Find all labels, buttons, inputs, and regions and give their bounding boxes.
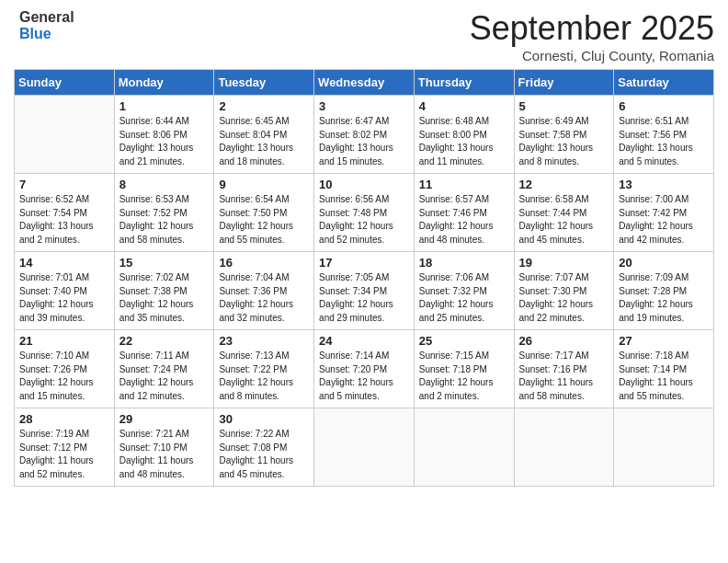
day-number: 15	[119, 256, 210, 270]
day-number: 1	[119, 99, 210, 113]
calendar-cell: 9Sunrise: 6:54 AMSunset: 7:50 PMDaylight…	[214, 174, 314, 252]
day-number: 9	[219, 178, 309, 191]
day-info: Sunrise: 7:02 AMSunset: 7:38 PMDaylight:…	[119, 271, 210, 325]
calendar-cell: 4Sunrise: 6:48 AMSunset: 8:00 PMDaylight…	[414, 96, 514, 174]
calendar-cell: 5Sunrise: 6:49 AMSunset: 7:58 PMDaylight…	[514, 96, 614, 174]
day-number: 25	[419, 334, 509, 348]
day-info: Sunrise: 7:14 AMSunset: 7:20 PMDaylight:…	[319, 350, 409, 403]
calendar-cell: 25Sunrise: 7:15 AMSunset: 7:18 PMDayligh…	[414, 330, 514, 408]
calendar-cell: 19Sunrise: 7:07 AMSunset: 7:30 PMDayligh…	[514, 252, 614, 330]
day-number: 23	[219, 334, 309, 348]
day-number: 2	[219, 99, 309, 113]
day-info: Sunrise: 7:05 AMSunset: 7:34 PMDaylight:…	[319, 271, 409, 325]
day-number: 10	[319, 178, 409, 191]
day-header-wednesday: Wednesday	[314, 70, 415, 96]
calendar-cell	[614, 408, 714, 487]
day-info: Sunrise: 7:17 AMSunset: 7:16 PMDaylight:…	[519, 350, 609, 403]
calendar-cell	[414, 408, 514, 487]
day-number: 21	[19, 334, 109, 348]
calendar-cell: 22Sunrise: 7:11 AMSunset: 7:24 PMDayligh…	[114, 330, 214, 408]
day-number: 18	[419, 256, 509, 270]
day-info: Sunrise: 6:44 AMSunset: 8:06 PMDaylight:…	[119, 115, 210, 168]
day-number: 3	[319, 99, 409, 113]
day-number: 30	[219, 412, 309, 426]
logo-blue: Blue	[19, 26, 74, 42]
calendar-cell: 6Sunrise: 6:51 AMSunset: 7:56 PMDaylight…	[614, 96, 714, 174]
calendar-header-row: SundayMondayTuesdayWednesdayThursdayFrid…	[15, 70, 714, 96]
calendar-cell: 30Sunrise: 7:22 AMSunset: 7:08 PMDayligh…	[214, 408, 314, 487]
day-info: Sunrise: 7:13 AMSunset: 7:22 PMDaylight:…	[219, 350, 309, 403]
day-info: Sunrise: 6:45 AMSunset: 8:04 PMDaylight:…	[219, 115, 309, 168]
calendar-cell	[514, 408, 614, 487]
calendar-cell: 23Sunrise: 7:13 AMSunset: 7:22 PMDayligh…	[214, 330, 314, 408]
calendar-cell: 2Sunrise: 6:45 AMSunset: 8:04 PMDaylight…	[214, 96, 314, 174]
calendar-cell: 3Sunrise: 6:47 AMSunset: 8:02 PMDaylight…	[314, 96, 415, 174]
day-number: 16	[219, 256, 309, 270]
calendar-cell: 11Sunrise: 6:57 AMSunset: 7:46 PMDayligh…	[414, 174, 514, 252]
day-header-tuesday: Tuesday	[214, 70, 314, 96]
calendar-cell: 12Sunrise: 6:58 AMSunset: 7:44 PMDayligh…	[514, 174, 614, 252]
day-info: Sunrise: 7:22 AMSunset: 7:08 PMDaylight:…	[219, 428, 309, 481]
day-header-saturday: Saturday	[614, 70, 714, 96]
day-number: 26	[519, 334, 609, 348]
day-number: 29	[119, 412, 210, 426]
day-header-friday: Friday	[514, 70, 614, 96]
day-number: 20	[619, 256, 709, 270]
calendar-cell: 24Sunrise: 7:14 AMSunset: 7:20 PMDayligh…	[314, 330, 415, 408]
day-number: 7	[19, 178, 109, 191]
day-info: Sunrise: 6:52 AMSunset: 7:54 PMDaylight:…	[19, 193, 109, 247]
day-number: 8	[119, 178, 210, 191]
day-number: 22	[119, 334, 210, 348]
day-info: Sunrise: 7:01 AMSunset: 7:40 PMDaylight:…	[19, 271, 109, 325]
day-number: 11	[419, 178, 509, 191]
day-header-monday: Monday	[114, 70, 214, 96]
day-info: Sunrise: 7:19 AMSunset: 7:12 PMDaylight:…	[19, 428, 109, 481]
calendar-cell	[15, 96, 115, 174]
calendar-cell: 10Sunrise: 6:56 AMSunset: 7:48 PMDayligh…	[314, 174, 415, 252]
calendar-cell: 20Sunrise: 7:09 AMSunset: 7:28 PMDayligh…	[614, 252, 714, 330]
calendar-cell: 26Sunrise: 7:17 AMSunset: 7:16 PMDayligh…	[514, 330, 614, 408]
day-info: Sunrise: 7:15 AMSunset: 7:18 PMDaylight:…	[419, 350, 509, 403]
day-info: Sunrise: 6:48 AMSunset: 8:00 PMDaylight:…	[419, 115, 509, 168]
calendar-cell: 17Sunrise: 7:05 AMSunset: 7:34 PMDayligh…	[314, 252, 415, 330]
day-info: Sunrise: 6:53 AMSunset: 7:52 PMDaylight:…	[119, 193, 210, 247]
day-info: Sunrise: 6:54 AMSunset: 7:50 PMDaylight:…	[219, 193, 309, 247]
day-number: 5	[519, 99, 609, 113]
page-title: September 2025	[470, 9, 714, 48]
day-number: 28	[19, 412, 109, 426]
day-info: Sunrise: 7:04 AMSunset: 7:36 PMDaylight:…	[219, 271, 309, 325]
calendar-table: SundayMondayTuesdayWednesdayThursdayFrid…	[14, 69, 714, 487]
calendar-cell: 14Sunrise: 7:01 AMSunset: 7:40 PMDayligh…	[15, 252, 115, 330]
day-info: Sunrise: 7:18 AMSunset: 7:14 PMDaylight:…	[619, 350, 709, 403]
calendar-cell: 16Sunrise: 7:04 AMSunset: 7:36 PMDayligh…	[214, 252, 314, 330]
title-block: September 2025 Cornesti, Cluj County, Ro…	[470, 9, 714, 63]
calendar-cell: 18Sunrise: 7:06 AMSunset: 7:32 PMDayligh…	[414, 252, 514, 330]
day-number: 14	[19, 256, 109, 270]
calendar-cell: 15Sunrise: 7:02 AMSunset: 7:38 PMDayligh…	[114, 252, 214, 330]
calendar-cell: 29Sunrise: 7:21 AMSunset: 7:10 PMDayligh…	[114, 408, 214, 487]
day-header-thursday: Thursday	[414, 70, 514, 96]
day-number: 12	[519, 178, 609, 191]
calendar-cell: 21Sunrise: 7:10 AMSunset: 7:26 PMDayligh…	[15, 330, 115, 408]
day-info: Sunrise: 7:09 AMSunset: 7:28 PMDaylight:…	[619, 271, 709, 325]
day-number: 27	[619, 334, 709, 348]
day-info: Sunrise: 7:06 AMSunset: 7:32 PMDaylight:…	[419, 271, 509, 325]
calendar-cell: 28Sunrise: 7:19 AMSunset: 7:12 PMDayligh…	[15, 408, 115, 487]
calendar-cell: 1Sunrise: 6:44 AMSunset: 8:06 PMDaylight…	[114, 96, 214, 174]
calendar-cell: 27Sunrise: 7:18 AMSunset: 7:14 PMDayligh…	[614, 330, 714, 408]
logo-general: General	[19, 9, 74, 26]
calendar-cell: 13Sunrise: 7:00 AMSunset: 7:42 PMDayligh…	[614, 174, 714, 252]
day-info: Sunrise: 7:07 AMSunset: 7:30 PMDaylight:…	[519, 271, 609, 325]
day-number: 4	[419, 99, 509, 113]
day-info: Sunrise: 6:47 AMSunset: 8:02 PMDaylight:…	[319, 115, 409, 168]
calendar-cell: 7Sunrise: 6:52 AMSunset: 7:54 PMDaylight…	[15, 174, 115, 252]
day-info: Sunrise: 6:51 AMSunset: 7:56 PMDaylight:…	[619, 115, 709, 168]
page-header: General Blue General Blue September 2025…	[14, 9, 714, 63]
day-header-sunday: Sunday	[15, 70, 115, 96]
logo: General Blue General Blue	[14, 9, 74, 41]
day-number: 17	[319, 256, 409, 270]
day-info: Sunrise: 7:21 AMSunset: 7:10 PMDaylight:…	[119, 428, 210, 481]
calendar-cell	[314, 408, 415, 487]
day-number: 13	[619, 178, 709, 191]
day-info: Sunrise: 6:58 AMSunset: 7:44 PMDaylight:…	[519, 193, 609, 247]
